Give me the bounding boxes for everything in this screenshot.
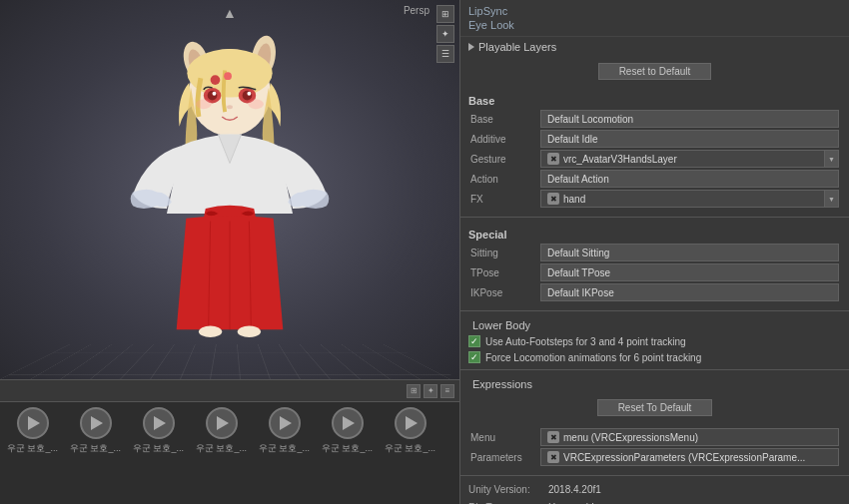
anim-play-icon-0 <box>28 416 40 430</box>
animation-item-6: 우군 보호_... <box>383 407 437 455</box>
prop-value-menu[interactable]: ✖ menu (VRCExpressionsMenu) <box>540 428 839 446</box>
viewport-btn-3[interactable]: ☰ <box>436 45 454 63</box>
prop-value-fx[interactable]: ✖ hand <box>540 190 825 208</box>
grid-floor <box>0 344 459 379</box>
base-group-title: Base <box>468 92 841 109</box>
prop-value-sitting[interactable]: Default Sitting <box>540 244 839 261</box>
anim-play-btn-0[interactable] <box>17 407 49 439</box>
anim-play-icon-1 <box>91 416 103 430</box>
animation-item-0: 우군 보호_... <box>5 407 60 455</box>
prop-row-base: Base Default Locomotion <box>468 109 841 129</box>
expressions-group: Menu ✖ menu (VRCExpressionsMenu) Paramet… <box>460 423 849 471</box>
svg-point-10 <box>213 92 217 96</box>
divider-4 <box>460 475 849 476</box>
prop-label-ikpose: IKPose <box>470 287 540 298</box>
unity-version-row: Unity Version: 2018.4.20f1 <box>460 480 849 498</box>
prop-label-tpose: TPose <box>470 267 540 278</box>
fx-dropdown[interactable] <box>825 190 839 208</box>
expressions-label: Expressions <box>472 378 532 390</box>
anim-play-icon-4 <box>280 416 292 430</box>
menu-icon: ✖ <box>547 431 559 443</box>
avatar-container <box>110 20 350 339</box>
timeline-btn-1[interactable]: ⊞ <box>407 384 421 398</box>
rig-type-row: Rig Type: Humanoid <box>460 498 849 504</box>
prop-value-ikpose[interactable]: Default IKPose <box>540 283 839 301</box>
svg-point-13 <box>196 100 212 110</box>
avatar-svg <box>110 20 350 339</box>
anim-play-btn-4[interactable] <box>269 407 301 439</box>
expressions-reset-button[interactable]: Reset To Default <box>597 399 713 416</box>
playable-triangle-icon <box>468 43 474 51</box>
autofootsteps-label: Use Auto-Footsteps for 3 and 4 point tra… <box>485 336 686 347</box>
reset-to-default-button[interactable]: Reset to Default <box>598 63 712 80</box>
viewport-controls: ⊞ ✦ ☰ <box>436 5 454 63</box>
prop-row-action: Action Default Action <box>468 169 841 189</box>
anim-label-6: 우군 보호_... <box>385 442 435 455</box>
nav-link-eyelook[interactable]: Eye Look <box>468 18 841 32</box>
anim-play-icon-5 <box>343 416 355 430</box>
animation-item-2: 우군 보호_... <box>131 407 186 455</box>
animation-item-4: 우군 보호_... <box>257 407 312 455</box>
prop-row-sitting: Sitting Default Sitting <box>468 243 841 262</box>
anim-play-btn-2[interactable] <box>143 407 175 439</box>
fx-icon: ✖ <box>547 193 559 205</box>
prop-value-additive[interactable]: Default Idle <box>540 130 839 148</box>
anim-play-btn-5[interactable] <box>332 407 364 439</box>
persp-label: Persp <box>404 5 429 16</box>
svg-point-12 <box>227 105 233 109</box>
prop-value-base[interactable]: Default Locomotion <box>540 110 839 128</box>
expressions-reset-container: Reset To Default <box>460 392 849 423</box>
prop-value-tpose[interactable]: Default TPose <box>540 263 839 281</box>
prop-label-menu: Menu <box>470 432 540 443</box>
anim-label-5: 우군 보호_... <box>322 442 373 455</box>
timeline-toolbar: ⊞ ✦ ≡ <box>0 380 459 402</box>
viewport-btn-2[interactable]: ✦ <box>436 25 454 43</box>
gesture-dropdown[interactable] <box>825 150 839 168</box>
timeline-btn-3[interactable]: ≡ <box>440 384 454 398</box>
timeline: ⊞ ✦ ≡ 우군 보호_...우군 보호_...우군 보호_...우군 보호_.… <box>0 379 459 504</box>
svg-point-20 <box>211 75 221 85</box>
lower-body-label: Lower Body <box>472 319 530 331</box>
prop-row-tpose: TPose Default TPose <box>468 262 841 282</box>
svg-point-9 <box>243 91 253 101</box>
checkbox-autofootsteps: Use Auto-Footsteps for 3 and 4 point tra… <box>460 333 849 349</box>
prop-label-sitting: Sitting <box>470 248 540 258</box>
lower-body-header[interactable]: Lower Body <box>460 315 849 333</box>
animation-item-5: 우군 보호_... <box>320 407 375 455</box>
divider-3 <box>460 369 849 370</box>
svg-point-14 <box>248 100 264 110</box>
prop-label-base: Base <box>470 114 540 125</box>
prop-value-action[interactable]: Default Action <box>540 170 839 188</box>
parameters-icon: ✖ <box>547 451 559 463</box>
anim-play-btn-1[interactable] <box>80 407 112 439</box>
autofootsteps-checkbox[interactable] <box>468 335 480 347</box>
nav-link-lipsync[interactable]: LipSync <box>468 4 841 18</box>
svg-point-8 <box>208 91 218 101</box>
prop-value-gesture[interactable]: ✖ vrc_AvatarV3HandsLayer <box>540 150 825 168</box>
animation-item-3: 우군 보호_... <box>194 407 249 455</box>
forcelocomotion-checkbox[interactable] <box>468 351 480 363</box>
prop-label-parameters: Parameters <box>470 452 540 463</box>
animation-items-list: 우군 보호_...우군 보호_...우군 보호_...우군 보호_...우군 보… <box>0 402 459 460</box>
animation-item-1: 우군 보호_... <box>68 407 123 455</box>
anim-play-btn-6[interactable] <box>395 407 426 439</box>
checkbox-forcelocomotion: Force Locomotion animations for 6 point … <box>460 349 849 365</box>
svg-point-21 <box>224 72 232 80</box>
anim-play-icon-6 <box>406 416 418 430</box>
prop-row-gesture: Gesture ✖ vrc_AvatarV3HandsLayer <box>468 149 841 169</box>
viewport-btn-1[interactable]: ⊞ <box>436 5 454 23</box>
move-gizmo: ▲ <box>223 5 237 21</box>
playable-layers-header[interactable]: Playable Layers <box>460 37 849 55</box>
anim-label-1: 우군 보호_... <box>70 442 121 455</box>
prop-row-additive: Additive Default Idle <box>468 129 841 149</box>
divider-1 <box>460 217 849 218</box>
viewport-background: Persp ▲ ⊞ ✦ ☰ <box>0 0 459 379</box>
unity-version-label: Unity Version: <box>468 484 548 495</box>
svg-point-23 <box>238 325 261 337</box>
forcelocomotion-label: Force Locomotion animations for 6 point … <box>485 352 701 363</box>
anim-play-btn-3[interactable] <box>206 407 238 439</box>
timeline-btn-2[interactable]: ✦ <box>424 384 437 398</box>
anim-label-2: 우군 보호_... <box>133 442 184 455</box>
expressions-header[interactable]: Expressions <box>460 374 849 392</box>
prop-value-parameters[interactable]: ✖ VRCExpressionParameters (VRCExpression… <box>540 448 839 466</box>
